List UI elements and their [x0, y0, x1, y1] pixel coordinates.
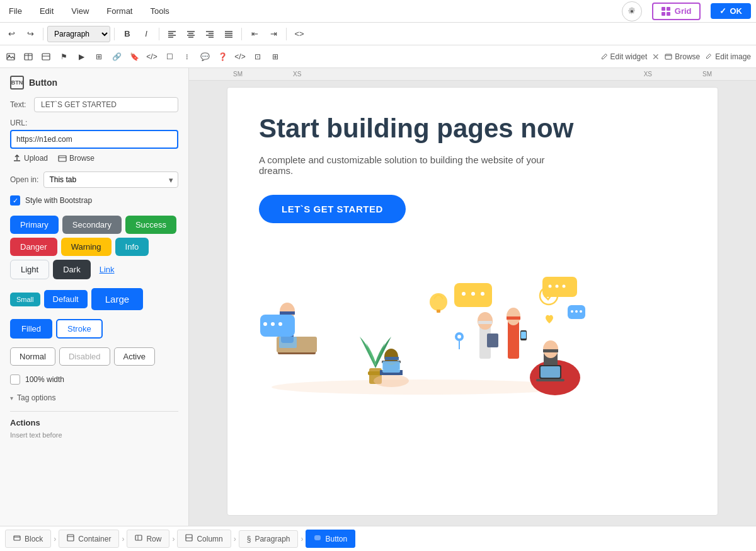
comment-button[interactable]: 💬 [197, 49, 213, 65]
help-button[interactable]: ❓ [214, 49, 231, 65]
small-size-button[interactable]: Small [10, 293, 40, 306]
grid-label: Grid [675, 6, 692, 16]
svg-rect-3 [667, 12, 670, 16]
browse-button[interactable]: Browse [665, 52, 700, 61]
svg-rect-90 [135, 535, 142, 540]
main-toolbar: ↩ ↪ Paragraph B I ⇤ ⇥ <> [0, 23, 756, 45]
table-insert-button[interactable] [20, 49, 37, 65]
html-button[interactable]: </> [232, 49, 248, 65]
main-area: BTN Button Text: LET`S GET STARTED URL: … [0, 68, 756, 526]
url-input[interactable] [10, 130, 178, 149]
width-checkbox[interactable] [10, 374, 20, 385]
widget-toolbar: ⚑ ▶ ⊞ 🔗 🔖 </> ☐ ⫶ 💬 ❓ </> ⊡ ⊞ Edit widge… [0, 45, 756, 68]
info-button[interactable]: Info [115, 238, 149, 256]
ok-button[interactable]: ✓ OK [711, 3, 752, 19]
dark-button[interactable]: Dark [53, 260, 90, 279]
svg-rect-72 [541, 366, 560, 378]
align-left-button[interactable] [163, 25, 181, 43]
align-center-button[interactable] [182, 25, 200, 43]
actions-section: Actions Insert text before [10, 411, 178, 439]
columns-button[interactable]: ⫶ [179, 49, 195, 65]
success-button[interactable]: Success [125, 216, 176, 234]
upload-button[interactable]: Upload [10, 153, 50, 164]
close-widget-button[interactable]: ✕ [652, 52, 660, 62]
box-button[interactable]: ☐ [161, 49, 178, 65]
default-size-button[interactable]: Default [44, 290, 88, 308]
text-value[interactable]: LET`S GET STARTED [34, 97, 178, 112]
settings-button[interactable] [622, 1, 642, 21]
ruler-xs-left: XS [293, 71, 301, 78]
svg-point-75 [571, 310, 573, 313]
redo-button[interactable]: ↪ [21, 25, 39, 43]
tag-options-row[interactable]: ▾ Tag options [10, 393, 178, 402]
toolbar-separator-3 [159, 28, 159, 40]
warning-button[interactable]: Warning [61, 238, 112, 256]
svg-rect-86 [14, 536, 20, 540]
normal-state-button[interactable]: Normal [10, 347, 55, 366]
code-button[interactable]: <> [290, 25, 308, 43]
grid2-button[interactable]: ⊞ [267, 49, 284, 65]
svg-point-43 [374, 374, 409, 387]
svg-rect-62 [508, 321, 519, 359]
active-state-button[interactable]: Active [114, 347, 155, 366]
align-right-button[interactable] [201, 25, 219, 43]
paragraph-select[interactable]: Paragraph [47, 26, 110, 42]
insert-text: Insert text before [10, 431, 178, 439]
undo-button[interactable]: ↩ [3, 25, 20, 43]
cta-button[interactable]: LET`S GET STARTED [259, 195, 406, 223]
toolbar-separator-2 [114, 28, 115, 40]
indent-button[interactable]: ⇥ [265, 25, 282, 43]
breadcrumb-block[interactable]: Block [5, 530, 51, 548]
svg-rect-73 [536, 379, 564, 381]
grid-widget-button[interactable]: ⊞ [91, 49, 107, 65]
grid-button[interactable]: Grid [652, 3, 701, 20]
breadcrumb-arrow-1: › [54, 535, 56, 543]
breadcrumb-paragraph[interactable]: § Paragraph [239, 530, 299, 548]
svg-rect-2 [662, 12, 665, 16]
upload-browse-row: Upload Browse [10, 153, 178, 164]
breadcrumb-row[interactable]: Row [127, 530, 169, 548]
link-button[interactable]: 🔗 [108, 49, 125, 65]
bootstrap-checkbox[interactable] [10, 195, 20, 206]
bold-button[interactable]: B [118, 25, 136, 43]
link-button-style[interactable]: Link [94, 260, 120, 279]
svg-rect-60 [478, 321, 492, 324]
primary-button[interactable]: Primary [10, 216, 59, 234]
light-button[interactable]: Light [10, 260, 49, 279]
edit-widget-button[interactable]: Edit widget [600, 52, 648, 61]
breadcrumb-button[interactable]: Button [306, 530, 355, 548]
italic-button[interactable]: I [137, 25, 155, 43]
block-icon [13, 534, 21, 543]
breadcrumb-arrow-2: › [122, 535, 124, 543]
layout-button[interactable] [38, 49, 54, 65]
disabled-state-button[interactable]: Disabled [59, 347, 110, 366]
secondary-button[interactable]: Secondary [62, 216, 122, 234]
filled-button[interactable]: Filled [10, 319, 52, 339]
menu-format[interactable]: Format [103, 4, 136, 18]
breadcrumb-container[interactable]: Container [59, 530, 119, 548]
image-button[interactable] [3, 49, 19, 65]
edit-image-button[interactable]: Edit image [705, 52, 751, 61]
menu-edit[interactable]: Edit [36, 4, 57, 18]
column-icon [185, 534, 193, 543]
menu-file[interactable]: File [5, 4, 26, 18]
open-in-row: Open in: This tab New tab Same frame [10, 171, 178, 188]
video-button[interactable]: ▶ [73, 49, 89, 65]
toolbar-separator-5 [286, 28, 287, 40]
menu-view[interactable]: View [67, 4, 93, 18]
open-in-select[interactable]: This tab New tab Same frame [43, 171, 178, 188]
svg-point-84 [563, 285, 566, 288]
breadcrumb-arrow-3: › [172, 535, 175, 543]
flag-button[interactable]: ⚑ [55, 49, 72, 65]
outdent-button[interactable]: ⇤ [246, 25, 263, 43]
bookmark-button[interactable]: 🔖 [126, 49, 142, 65]
justify-button[interactable] [220, 25, 238, 43]
browse-panel-button[interactable]: Browse [55, 153, 97, 164]
breadcrumb-column[interactable]: Column [177, 530, 231, 548]
stroke-button[interactable]: Stroke [56, 319, 103, 339]
widget2-button[interactable]: ⊡ [249, 49, 266, 65]
danger-button[interactable]: Danger [10, 238, 57, 256]
embed-button[interactable]: </> [144, 49, 160, 65]
large-size-button[interactable]: Large [91, 288, 143, 310]
menu-tools[interactable]: Tools [146, 4, 173, 18]
